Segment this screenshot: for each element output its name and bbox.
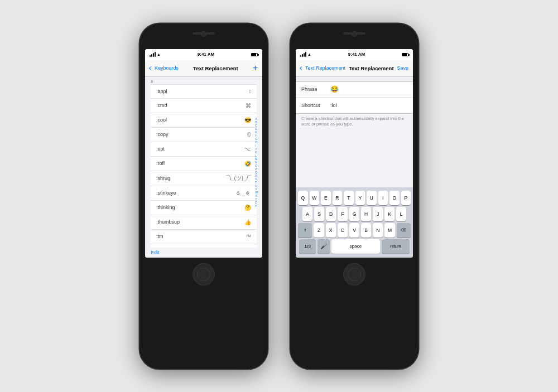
phrase-value[interactable]: 😂 [330,85,407,93]
list-item[interactable]: :thumbsup 👍 [151,215,257,230]
battery-fill-2 [402,54,407,56]
shortcut-text: :opt [156,146,165,152]
back-label-1: Keyboards [155,65,179,71]
key-f[interactable]: F [338,207,348,221]
list-item[interactable]: :shrug ¯\_(ツ)_/¯ [151,171,257,186]
shortcut-value[interactable]: :lol [330,103,407,108]
status-right-2 [402,53,408,56]
space-key[interactable]: space [331,239,380,254]
nav-title-2: Text Replacement [349,65,394,71]
key-s[interactable]: S [314,207,324,221]
save-button[interactable]: Save [397,65,408,71]
key-o[interactable]: O [389,191,400,205]
key-m[interactable]: M [384,223,395,238]
key-a[interactable]: A [302,207,312,221]
value-text: ⌘ [246,103,251,109]
list-item[interactable]: :stinkeye ಠ_ಠ [151,186,257,201]
value-text: 🤣 [244,161,251,167]
value-text: 👍 [244,219,251,225]
list-item[interactable]: :rofl 🤣 [151,157,257,171]
back-button-1[interactable]: Keyboards [150,65,179,71]
list-item[interactable]: :tm ™ [151,230,257,244]
numbers-key[interactable]: 123 [299,239,316,254]
bar2b [302,54,303,57]
keyboard-row-bottom: 123🎤spacereturn [298,239,411,254]
key-l[interactable]: L [396,207,406,221]
battery-icon-2 [402,53,408,56]
key-d[interactable]: D [326,207,336,221]
bar3b [304,53,305,57]
key-k[interactable]: K [384,207,395,221]
status-time-1: 9:41 AM [198,52,214,57]
list-item[interactable]: :thinking 🤔 [151,201,257,215]
key-u[interactable]: U [367,191,377,205]
key-x[interactable]: X [326,223,336,238]
shortcut-text: :thinking [156,205,175,210]
bar3 [153,53,154,57]
signal-icon [150,52,156,57]
edit-label: Edit [151,250,160,255]
home-button-1[interactable] [193,263,215,285]
alpha-scroll-index[interactable]: ABCDEFGHIJKLMNOPQRSTUVWXYZ# [255,117,258,207]
value-text: ಠ_ಠ [235,190,251,196]
edit-button[interactable]: Edit [145,248,262,258]
home-button-2[interactable] [343,263,365,285]
form-spacer [296,132,413,187]
nav-title-1: Text Replacement [193,65,238,71]
key-h[interactable]: H [361,207,371,221]
key-i[interactable]: I [378,191,388,205]
back-label-2: Text Replacement [305,65,345,71]
chevron-icon-2 [300,66,304,70]
shortcut-text: :cool [156,117,167,123]
list-item[interactable]: :wave 👋 [151,244,257,248]
phone-1: ▲ 9:41 AM Keyboards Text Replacement + [140,23,268,369]
value-text: 😎 [244,117,251,123]
phrase-row: Phrase 😂 [296,82,413,98]
list-item[interactable]: :cmd ⌘ [151,99,257,113]
add-button-1[interactable]: + [253,64,258,72]
key-z[interactable]: Z [314,223,324,238]
status-left-2: ▲ [300,52,311,57]
shortcut-text: :cmd [156,103,167,108]
key-b[interactable]: B [361,223,371,238]
battery-fill [252,54,256,56]
wifi-icon: ▲ [157,52,161,56]
key-q[interactable]: Q [298,191,308,205]
status-bar-1: ▲ 9:41 AM [145,49,262,60]
list-item[interactable]: :cool 😎 [151,113,257,128]
keyboard: QWERTYUIOP ASDFGHJKL ⇧ZXCVBNM⌫ 123🎤space… [296,187,413,258]
key-g[interactable]: G [349,207,359,221]
bar4 [155,52,156,57]
status-left-1: ▲ [150,52,161,57]
phrase-label: Phrase [301,86,330,92]
mic-key[interactable]: 🎤 [318,239,330,254]
screen-1: ▲ 9:41 AM Keyboards Text Replacement + [145,49,262,258]
key-y[interactable]: Y [355,191,365,205]
key-p[interactable]: P [401,191,411,205]
shift-key[interactable]: ⇧ [298,223,312,238]
section-header-hash: # :appl  :cmd ⌘ :cool 😎 :copy © :opt ⌥ … [145,77,262,248]
key-e[interactable]: E [321,191,331,205]
backspace-key[interactable]: ⌫ [397,223,411,238]
return-key[interactable]: return [382,239,410,254]
list-item[interactable]: :opt ⌥ [151,142,257,157]
key-t[interactable]: T [344,191,354,205]
key-v[interactable]: V [349,223,359,238]
keyboard-row-3: ⇧ZXCVBNM⌫ [298,223,411,238]
key-j[interactable]: J [373,207,383,221]
back-button-2[interactable]: Text Replacement [300,65,345,71]
shortcut-row: Shortcut :lol [296,98,413,113]
key-n[interactable]: N [373,223,383,238]
alpha-letter[interactable]: # [255,204,258,207]
battery-icon [251,53,258,56]
bar1b [300,55,301,57]
list-item[interactable]: :appl  [151,84,257,99]
key-c[interactable]: C [338,223,348,238]
shortcut-text: :thumbsup [156,219,180,225]
list-item[interactable]: :copy © [151,128,257,142]
key-r[interactable]: R [333,191,343,205]
hint-text: Create a shortcut that will automaticall… [296,114,413,132]
chevron-icon-1 [149,66,153,70]
value-text: ⌥ [244,146,251,152]
key-w[interactable]: W [310,191,320,205]
